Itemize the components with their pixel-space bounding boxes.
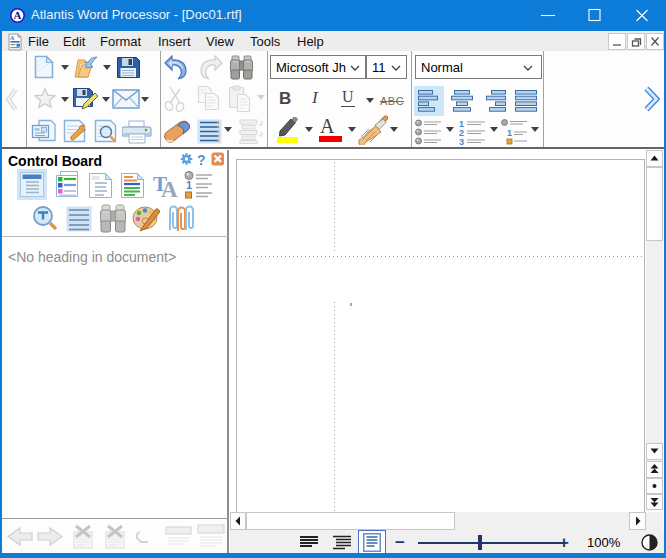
svg-text:A: A	[14, 9, 22, 21]
svg-text:1: 1	[186, 179, 192, 191]
svg-text:?: ?	[197, 152, 206, 166]
svg-text:3: 3	[459, 137, 464, 146]
svg-text:1: 1	[507, 128, 512, 138]
svg-text:A: A	[161, 177, 178, 199]
